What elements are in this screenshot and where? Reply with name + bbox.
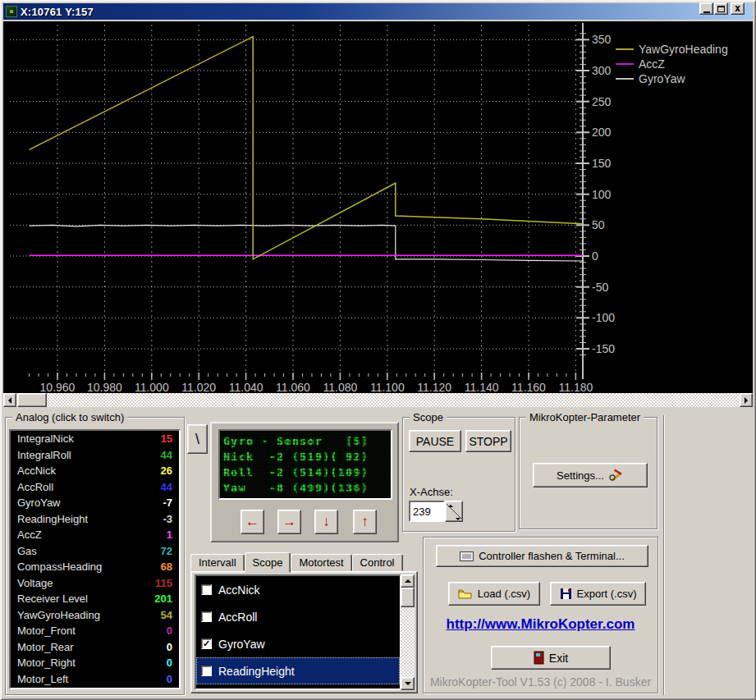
analog-row[interactable]: Voltage115 <box>11 575 179 592</box>
svg-text:11.160: 11.160 <box>511 381 546 393</box>
analog-value: 44 <box>161 479 172 496</box>
channel-row-readingheight[interactable]: ReadingHeight <box>196 657 400 684</box>
save-floppy-icon <box>560 588 572 600</box>
channel-row-accz[interactable]: ✓AccZ <box>196 684 400 690</box>
chart-horizontal-scrollbar[interactable] <box>3 393 753 407</box>
svg-text:-50: -50 <box>592 281 608 294</box>
analog-row[interactable]: AccZ1 <box>11 527 179 543</box>
export-csv-button[interactable]: Export (.csv) <box>550 582 646 606</box>
analog-value: 0 <box>167 655 172 671</box>
x-achse-spinner[interactable] <box>445 501 463 522</box>
lcd-text-line: Roll -2 (514)(109) <box>223 464 387 480</box>
tab-strip: IntervallScopeMotortestControl <box>190 552 403 571</box>
lcd-nav-left-button[interactable]: ← <box>241 510 264 534</box>
channel-label: AccNick <box>218 583 260 597</box>
analog-label: YawGyroHeading <box>17 607 100 624</box>
title-bar: X:10761 Y:157 <box>3 3 753 20</box>
channel-checkbox[interactable] <box>201 584 212 595</box>
tab-scope[interactable]: Scope <box>245 552 291 573</box>
exit-button[interactable]: Exit <box>491 646 611 670</box>
channel-checkbox[interactable]: ✓ <box>201 638 212 649</box>
lcd-text-line: Yaw -8 (499)(136) <box>223 480 387 496</box>
analog-row[interactable]: IntegralNick15 <box>11 431 179 447</box>
close-button[interactable]: x <box>731 2 745 15</box>
analog-value: 1 <box>167 527 172 543</box>
analog-label: ReadingHeight <box>17 511 88 528</box>
scrollbar-thumb[interactable] <box>401 588 415 607</box>
analog-row[interactable]: AccNick26 <box>11 463 179 479</box>
pause-button[interactable]: PAUSE <box>409 430 461 452</box>
scrollbar-thumb[interactable] <box>17 393 47 407</box>
channel-checkbox[interactable] <box>201 666 212 676</box>
x-achse-input[interactable] <box>409 501 445 522</box>
scroll-down-button[interactable] <box>401 677 415 690</box>
arrow-down-icon <box>405 682 411 689</box>
analog-value: 201 <box>154 591 172 607</box>
channel-label: AccRoll <box>218 611 257 624</box>
analog-label: Motor_Rear <box>17 639 74 656</box>
scope-group-title: Scope <box>410 411 447 423</box>
analog-row[interactable]: ReadingHeight-3 <box>11 511 179 528</box>
analog-groupbox: Analog (click to switch) IntegralNick15I… <box>5 417 185 695</box>
parameter-groupbox: MikroKopter-Parameter Settings... <box>519 417 657 529</box>
scroll-left-button[interactable] <box>3 393 16 407</box>
analog-row[interactable]: YawGyroHeading54 <box>11 607 179 624</box>
analog-row[interactable]: Gas72 <box>11 543 179 560</box>
svg-text:11.000: 11.000 <box>135 381 169 393</box>
mikrokopter-link[interactable]: http://www.MikroKopter.com <box>424 616 657 633</box>
load-csv-button[interactable]: Load (.csv) <box>448 582 540 606</box>
analog-row[interactable]: IntegralRoll44 <box>11 447 179 464</box>
channel-label: GyroYaw <box>218 638 265 651</box>
tab-intervall[interactable]: Intervall <box>190 554 245 571</box>
lcd-nav-right-button[interactable]: → <box>277 510 301 534</box>
analog-value: 115 <box>155 575 172 592</box>
lcd-nav-down-button[interactable]: ↓ <box>314 510 338 534</box>
analog-value: 44 <box>161 447 172 464</box>
analog-row[interactable]: CompassHeading68 <box>11 559 179 575</box>
terminal-icon <box>460 551 474 561</box>
minimize-button[interactable] <box>699 2 713 15</box>
svg-text:100: 100 <box>592 188 612 201</box>
tab-motortest[interactable]: Motortest <box>291 554 351 571</box>
app-window: X:10761 Y:157 x 350300250200150100500-50… <box>0 0 756 700</box>
channel-row-gyroyaw[interactable]: ✓GyroYaw <box>196 630 400 657</box>
scope-groupbox: Scope PAUSE STOPP X-Achse: <box>402 417 515 532</box>
stopp-button[interactable]: STOPP <box>465 430 511 452</box>
lcd-text-line: Gyro - Sensor [5] <box>223 433 387 449</box>
scroll-up-button[interactable] <box>401 574 415 588</box>
activity-indicator-button[interactable]: \ <box>187 424 208 454</box>
maximize-button[interactable] <box>714 2 728 15</box>
svg-text:300: 300 <box>592 64 612 77</box>
tab-control[interactable]: Control <box>352 554 403 571</box>
vertical-divider <box>663 415 665 695</box>
svg-text:50: 50 <box>592 218 605 231</box>
settings-button[interactable]: Settings... <box>533 463 648 487</box>
analog-value: 0 <box>167 639 172 656</box>
channel-list-scrollbar[interactable] <box>401 574 415 690</box>
scope-chart-canvas: 350300250200150100500-50-100-15010.96010… <box>3 21 753 393</box>
svg-text:250: 250 <box>592 95 612 108</box>
scroll-right-button[interactable] <box>740 393 753 407</box>
lcd-nav-up-button[interactable]: ↑ <box>353 510 377 534</box>
analog-label: Motor_Left <box>17 671 68 688</box>
channel-row-accroll[interactable]: AccRoll <box>196 603 400 630</box>
svg-text:11.040: 11.040 <box>229 381 263 393</box>
analog-row[interactable]: AccRoll44 <box>11 479 179 496</box>
analog-row[interactable]: Motor_Right0 <box>11 655 179 671</box>
analog-label: IntegralRoll <box>17 447 71 464</box>
analog-value: 0 <box>167 623 172 639</box>
svg-text:11.100: 11.100 <box>370 381 405 393</box>
analog-row[interactable]: Motor_Rear0 <box>11 639 179 656</box>
controller-flash-button[interactable]: Controller flashen & Terminal... <box>436 545 648 567</box>
svg-text:11.140: 11.140 <box>465 381 499 393</box>
window-title: X:10761 Y:157 <box>21 6 94 18</box>
analog-row[interactable]: Motor_Left0 <box>11 671 179 688</box>
channel-checkbox-list[interactable]: AccNickAccRoll✓GyroYawReadingHeight✓AccZ <box>195 574 401 690</box>
analog-row[interactable]: Receiver Level201 <box>11 591 179 607</box>
analog-row[interactable]: GyroYaw-7 <box>11 495 179 511</box>
analog-row[interactable]: Motor_Front0 <box>11 623 179 639</box>
channel-row-accnick[interactable]: AccNick <box>196 576 400 603</box>
channel-checkbox[interactable] <box>201 611 212 622</box>
analog-value-list[interactable]: IntegralNick15IntegralRoll44AccNick26Acc… <box>9 429 181 689</box>
svg-text:150: 150 <box>592 157 612 170</box>
